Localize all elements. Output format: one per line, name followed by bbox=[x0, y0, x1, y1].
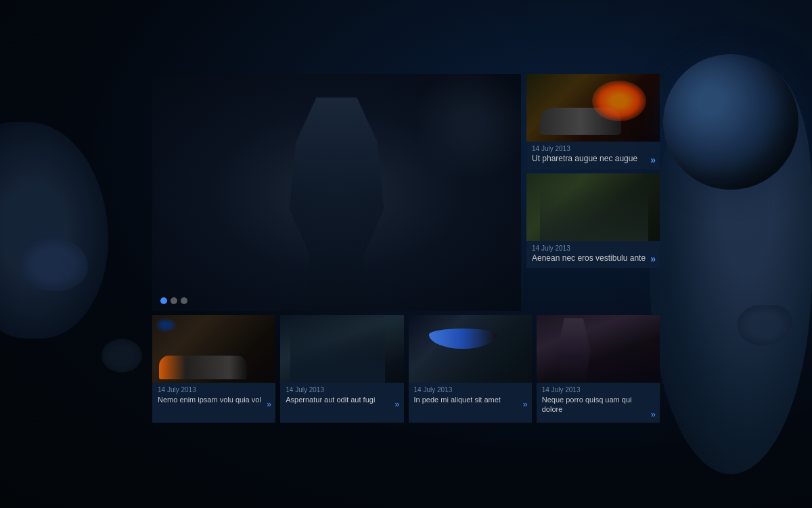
bottom-arrow-1[interactable]: » bbox=[267, 399, 271, 409]
dot-2[interactable] bbox=[171, 297, 177, 304]
bottom-title-4: Neque porro quisq uam qui dolore bbox=[542, 395, 654, 415]
sidebar-arrow-2[interactable]: » bbox=[650, 253, 656, 264]
sidebar-img-1 bbox=[526, 74, 660, 142]
sidebar-card-1[interactable]: 14 July 2013 Ut pharetra augue nec augue… bbox=[526, 74, 660, 169]
bottom-card-3[interactable]: 14 July 2013 In pede mi aliquet sit amet… bbox=[409, 315, 532, 423]
bottom-text-3: 14 July 2013 In pede mi aliquet sit amet… bbox=[409, 383, 532, 412]
warrior-art bbox=[152, 74, 521, 311]
bottom-img-2 bbox=[280, 315, 403, 383]
sidebar-title-2: Aenean nec eros vestibulu ante bbox=[532, 253, 654, 264]
sidebar-title-1: Ut pharetra augue nec augue bbox=[532, 154, 654, 165]
bottom-text-4: 14 July 2013 Neque porro quisq uam qui d… bbox=[537, 383, 660, 423]
hero-slider[interactable] bbox=[152, 74, 521, 311]
bottom-arrow-2[interactable]: » bbox=[394, 399, 399, 409]
bottom-title-1: Nemo enim ipsam volu quia vol bbox=[158, 395, 270, 404]
bottom-title-3: In pede mi aliquet sit amet bbox=[414, 395, 526, 404]
bottom-text-2: 14 July 2013 Aspernatur aut odit aut fug… bbox=[280, 383, 403, 412]
sidebar-arrow-1[interactable]: » bbox=[650, 154, 656, 165]
bottom-card-4[interactable]: 14 July 2013 Neque porro quisq uam qui d… bbox=[537, 315, 660, 423]
slider-dots bbox=[160, 297, 187, 304]
bottom-img-4 bbox=[537, 315, 660, 383]
bottom-date-1: 14 July 2013 bbox=[158, 386, 270, 394]
sidebar-date-2: 14 July 2013 bbox=[532, 245, 654, 252]
bottom-arrow-3[interactable]: » bbox=[523, 399, 528, 409]
bottom-date-3: 14 July 2013 bbox=[414, 386, 526, 394]
bottom-card-1[interactable]: 14 July 2013 Nemo enim ipsam volu quia v… bbox=[152, 315, 275, 423]
bottom-img-1 bbox=[152, 315, 275, 383]
sidebar-text-2: 14 July 2013 Aenean nec eros vestibulu a… bbox=[526, 241, 660, 269]
sidebar-date-1: 14 July 2013 bbox=[532, 145, 654, 152]
dot-1[interactable] bbox=[160, 297, 167, 304]
slider-image bbox=[152, 74, 521, 311]
sidebar-text-1: 14 July 2013 Ut pharetra augue nec augue bbox=[526, 142, 660, 169]
bottom-date-2: 14 July 2013 bbox=[286, 386, 398, 394]
bottom-card-2[interactable]: 14 July 2013 Aspernatur aut odit aut fug… bbox=[280, 315, 403, 423]
bottom-arrow-4[interactable]: » bbox=[651, 409, 656, 419]
bottom-date-4: 14 July 2013 bbox=[542, 386, 654, 394]
bottom-img-3 bbox=[409, 315, 532, 383]
bottom-title-2: Aspernatur aut odit aut fugi bbox=[286, 395, 398, 404]
planet-decoration bbox=[663, 54, 798, 190]
sidebar-card-2[interactable]: 14 July 2013 Aenean nec eros vestibulu a… bbox=[526, 173, 660, 269]
sidebar-img-2 bbox=[526, 173, 660, 241]
rock3-decoration bbox=[102, 339, 142, 373]
dot-3[interactable] bbox=[181, 297, 187, 304]
bottom-text-1: 14 July 2013 Nemo enim ipsam volu quia v… bbox=[152, 383, 275, 412]
